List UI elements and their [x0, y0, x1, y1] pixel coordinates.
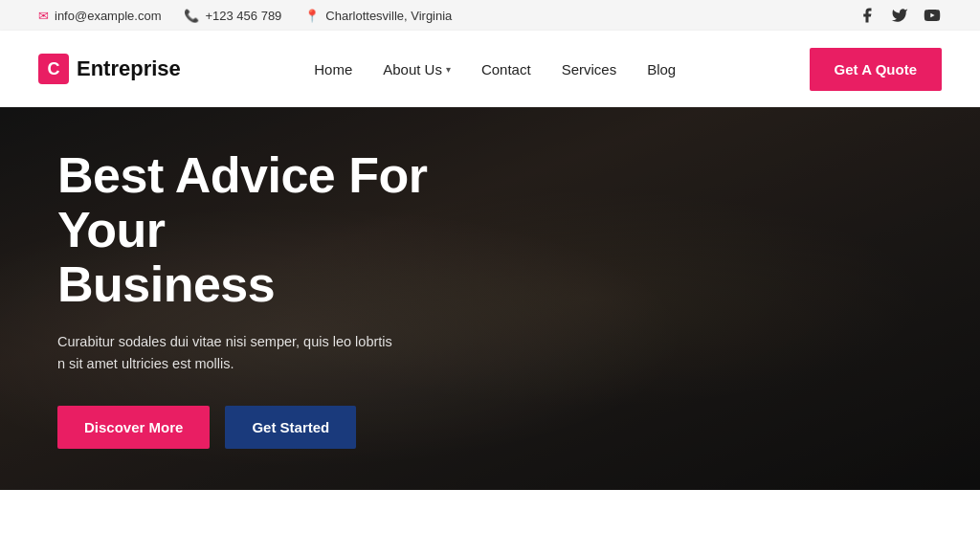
- logo-icon: C: [38, 54, 69, 84]
- hero-buttons: Discover More Get Started: [57, 406, 440, 449]
- nav-contact-link[interactable]: Contact: [481, 61, 531, 78]
- nav-about-link[interactable]: About Us ▾: [383, 61, 451, 78]
- location-item: 📍 Charlottesville, Virginia: [304, 9, 452, 23]
- about-chevron: ▾: [446, 64, 451, 75]
- email-text: info@example.com: [55, 9, 161, 23]
- hero-subtitle: Curabitur sodales dui vitae nisi semper,…: [57, 331, 402, 375]
- nav-links: Home About Us ▾ Contact Services Blog: [314, 61, 676, 78]
- youtube-icon[interactable]: [923, 6, 942, 25]
- hero-section: Best Advice For Your Business Curabitur …: [0, 107, 980, 490]
- nav-home[interactable]: Home: [314, 61, 352, 78]
- nav-about[interactable]: About Us ▾: [383, 61, 451, 78]
- email-icon: ✉: [38, 9, 49, 23]
- location-icon: 📍: [304, 9, 320, 23]
- navbar: C Entreprise Home About Us ▾ Contact Ser…: [0, 31, 980, 107]
- location-text: Charlottesville, Virginia: [325, 9, 452, 23]
- nav-blog[interactable]: Blog: [647, 61, 676, 78]
- facebook-icon[interactable]: [858, 6, 877, 25]
- hero-title-line2: Business: [57, 256, 275, 312]
- nav-home-link[interactable]: Home: [314, 61, 352, 78]
- get-quote-button[interactable]: Get A Quote: [810, 48, 942, 91]
- discover-more-button[interactable]: Discover More: [57, 406, 210, 449]
- get-started-button[interactable]: Get Started: [225, 406, 356, 449]
- nav-services[interactable]: Services: [562, 61, 617, 78]
- hero-title-line1: Best Advice For Your: [57, 147, 427, 257]
- email-item: ✉ info@example.com: [38, 9, 161, 23]
- logo[interactable]: C Entreprise: [38, 54, 181, 84]
- top-bar: ✉ info@example.com 📞 +123 456 789 📍 Char…: [0, 0, 980, 31]
- phone-item: 📞 +123 456 789: [184, 9, 281, 23]
- phone-icon: 📞: [184, 9, 199, 23]
- nav-contact[interactable]: Contact: [481, 61, 531, 78]
- twitter-icon[interactable]: [890, 6, 909, 25]
- social-links: [858, 6, 942, 25]
- logo-name: Entreprise: [77, 56, 181, 81]
- hero-title: Best Advice For Your Business: [57, 148, 440, 313]
- phone-text: +123 456 789: [205, 9, 281, 23]
- nav-services-link[interactable]: Services: [562, 61, 617, 78]
- nav-blog-link[interactable]: Blog: [647, 61, 676, 78]
- hero-content: Best Advice For Your Business Curabitur …: [0, 148, 498, 450]
- top-bar-contact: ✉ info@example.com 📞 +123 456 789 📍 Char…: [38, 9, 452, 23]
